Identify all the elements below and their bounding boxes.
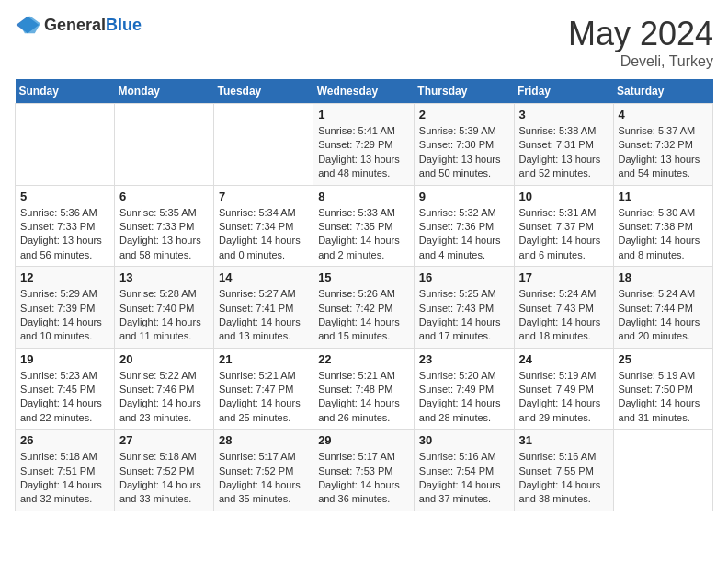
day-number: 18	[619, 270, 708, 284]
day-info: Sunrise: 5:36 AMSunset: 7:33 PMDaylight:…	[20, 206, 109, 263]
day-info: Sunrise: 5:20 AMSunset: 7:49 PMDaylight:…	[419, 369, 509, 426]
calendar-cell: 9Sunrise: 5:32 AMSunset: 7:36 PMDaylight…	[414, 185, 514, 267]
day-number: 9	[419, 190, 509, 203]
day-info: Sunrise: 5:18 AMSunset: 7:51 PMDaylight:…	[20, 450, 109, 507]
calendar-cell: 12Sunrise: 5:29 AMSunset: 7:39 PMDayligh…	[16, 267, 115, 349]
day-of-week-header: Saturday	[613, 79, 712, 104]
day-number: 17	[519, 270, 609, 284]
calendar-cell	[16, 104, 115, 186]
day-number: 1	[318, 108, 409, 121]
logo: GeneralBlue	[15, 15, 142, 35]
day-info: Sunrise: 5:28 AMSunset: 7:40 PMDaylight:…	[119, 287, 209, 344]
day-info: Sunrise: 5:19 AMSunset: 7:49 PMDaylight:…	[519, 369, 609, 426]
day-number: 30	[419, 433, 509, 447]
day-info: Sunrise: 5:37 AMSunset: 7:32 PMDaylight:…	[619, 124, 708, 181]
title-block: May 2024 Develi, Turkey	[568, 15, 713, 70]
calendar-cell: 30Sunrise: 5:16 AMSunset: 7:54 PMDayligh…	[414, 430, 514, 511]
calendar-cell	[114, 104, 213, 186]
page-header: GeneralBlue May 2024 Develi, Turkey	[15, 15, 713, 70]
day-of-week-header: Monday	[114, 79, 213, 104]
day-number: 5	[20, 190, 109, 203]
day-number: 21	[219, 352, 308, 366]
day-of-week-header: Sunday	[16, 79, 115, 104]
day-number: 15	[318, 270, 409, 284]
calendar-cell: 10Sunrise: 5:31 AMSunset: 7:37 PMDayligh…	[514, 185, 613, 267]
day-number: 10	[519, 190, 609, 203]
day-number: 23	[419, 352, 509, 366]
day-number: 8	[318, 190, 409, 203]
day-number: 13	[119, 270, 209, 284]
calendar-cell: 8Sunrise: 5:33 AMSunset: 7:35 PMDaylight…	[313, 185, 415, 267]
calendar-cell: 20Sunrise: 5:22 AMSunset: 7:46 PMDayligh…	[114, 348, 213, 430]
day-number: 24	[519, 352, 609, 366]
day-info: Sunrise: 5:39 AMSunset: 7:30 PMDaylight:…	[419, 124, 509, 181]
calendar-cell: 13Sunrise: 5:28 AMSunset: 7:40 PMDayligh…	[114, 267, 213, 349]
title-month: May 2024	[568, 15, 713, 53]
day-number: 26	[20, 433, 109, 447]
calendar-cell: 18Sunrise: 5:24 AMSunset: 7:44 PMDayligh…	[613, 267, 712, 349]
day-number: 12	[20, 270, 109, 284]
calendar-cell: 19Sunrise: 5:23 AMSunset: 7:45 PMDayligh…	[16, 348, 115, 430]
day-info: Sunrise: 5:41 AMSunset: 7:29 PMDaylight:…	[318, 124, 409, 181]
calendar-table: SundayMondayTuesdayWednesdayThursdayFrid…	[15, 79, 713, 511]
calendar-cell: 31Sunrise: 5:16 AMSunset: 7:55 PMDayligh…	[514, 430, 613, 511]
day-of-week-header: Friday	[514, 79, 613, 104]
day-of-week-header: Thursday	[414, 79, 514, 104]
logo-icon	[15, 15, 40, 35]
calendar-cell: 22Sunrise: 5:21 AMSunset: 7:48 PMDayligh…	[313, 348, 415, 430]
calendar-cell: 6Sunrise: 5:35 AMSunset: 7:33 PMDaylight…	[114, 185, 213, 267]
calendar-week-row: 5Sunrise: 5:36 AMSunset: 7:33 PMDaylight…	[16, 185, 713, 267]
day-info: Sunrise: 5:23 AMSunset: 7:45 PMDaylight:…	[20, 369, 109, 426]
calendar-cell: 21Sunrise: 5:21 AMSunset: 7:47 PMDayligh…	[213, 348, 313, 430]
calendar-cell: 27Sunrise: 5:18 AMSunset: 7:52 PMDayligh…	[114, 430, 213, 511]
calendar-cell: 1Sunrise: 5:41 AMSunset: 7:29 PMDaylight…	[313, 104, 415, 186]
logo-blue: Blue	[106, 16, 142, 34]
calendar-cell: 2Sunrise: 5:39 AMSunset: 7:30 PMDaylight…	[414, 104, 514, 186]
day-info: Sunrise: 5:18 AMSunset: 7:52 PMDaylight:…	[119, 450, 209, 507]
day-info: Sunrise: 5:22 AMSunset: 7:46 PMDaylight:…	[119, 369, 209, 426]
calendar-cell: 7Sunrise: 5:34 AMSunset: 7:34 PMDaylight…	[213, 185, 313, 267]
day-of-week-header: Tuesday	[213, 79, 313, 104]
calendar-week-row: 12Sunrise: 5:29 AMSunset: 7:39 PMDayligh…	[16, 267, 713, 349]
day-info: Sunrise: 5:25 AMSunset: 7:43 PMDaylight:…	[419, 287, 509, 344]
day-number: 29	[318, 433, 409, 447]
calendar-week-row: 1Sunrise: 5:41 AMSunset: 7:29 PMDaylight…	[16, 104, 713, 186]
day-number: 14	[219, 270, 308, 284]
day-info: Sunrise: 5:26 AMSunset: 7:42 PMDaylight:…	[318, 287, 409, 344]
day-info: Sunrise: 5:29 AMSunset: 7:39 PMDaylight:…	[20, 287, 109, 344]
title-location: Develi, Turkey	[568, 53, 713, 70]
calendar-cell	[613, 430, 712, 511]
day-info: Sunrise: 5:16 AMSunset: 7:55 PMDaylight:…	[519, 450, 609, 507]
calendar-cell: 28Sunrise: 5:17 AMSunset: 7:52 PMDayligh…	[213, 430, 313, 511]
calendar-cell: 24Sunrise: 5:19 AMSunset: 7:49 PMDayligh…	[514, 348, 613, 430]
day-number: 22	[318, 352, 409, 366]
day-number: 3	[519, 108, 609, 121]
calendar-body: 1Sunrise: 5:41 AMSunset: 7:29 PMDaylight…	[16, 104, 713, 511]
calendar-cell: 29Sunrise: 5:17 AMSunset: 7:53 PMDayligh…	[313, 430, 415, 511]
day-number: 4	[619, 108, 708, 121]
day-info: Sunrise: 5:24 AMSunset: 7:43 PMDaylight:…	[519, 287, 609, 344]
day-number: 31	[519, 433, 609, 447]
day-info: Sunrise: 5:38 AMSunset: 7:31 PMDaylight:…	[519, 124, 609, 181]
day-info: Sunrise: 5:35 AMSunset: 7:33 PMDaylight:…	[119, 206, 209, 263]
day-info: Sunrise: 5:21 AMSunset: 7:48 PMDaylight:…	[318, 369, 409, 426]
day-number: 28	[219, 433, 308, 447]
day-number: 6	[119, 190, 209, 203]
day-info: Sunrise: 5:24 AMSunset: 7:44 PMDaylight:…	[619, 287, 708, 344]
day-info: Sunrise: 5:21 AMSunset: 7:47 PMDaylight:…	[219, 369, 308, 426]
calendar-cell: 23Sunrise: 5:20 AMSunset: 7:49 PMDayligh…	[414, 348, 514, 430]
day-info: Sunrise: 5:31 AMSunset: 7:37 PMDaylight:…	[519, 206, 609, 263]
calendar-cell: 15Sunrise: 5:26 AMSunset: 7:42 PMDayligh…	[313, 267, 415, 349]
day-info: Sunrise: 5:30 AMSunset: 7:38 PMDaylight:…	[619, 206, 708, 263]
day-info: Sunrise: 5:16 AMSunset: 7:54 PMDaylight:…	[419, 450, 509, 507]
day-number: 7	[219, 190, 308, 203]
day-info: Sunrise: 5:33 AMSunset: 7:35 PMDaylight:…	[318, 206, 409, 263]
day-info: Sunrise: 5:17 AMSunset: 7:52 PMDaylight:…	[219, 450, 308, 507]
day-number: 2	[419, 108, 509, 121]
calendar-cell: 4Sunrise: 5:37 AMSunset: 7:32 PMDaylight…	[613, 104, 712, 186]
calendar-cell: 25Sunrise: 5:19 AMSunset: 7:50 PMDayligh…	[613, 348, 712, 430]
day-info: Sunrise: 5:17 AMSunset: 7:53 PMDaylight:…	[318, 450, 409, 507]
svg-marker-1	[19, 17, 40, 34]
day-number: 20	[119, 352, 209, 366]
day-number: 19	[20, 352, 109, 366]
